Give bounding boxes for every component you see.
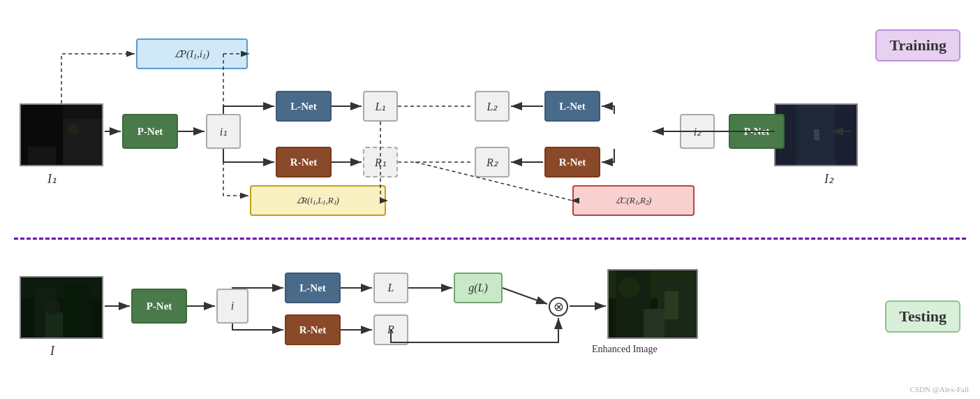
loss-C: 𝓛C(R₁,R₂)	[572, 185, 695, 216]
enhanced-image-label: Enhanced Image	[592, 344, 658, 355]
gL-box: g(L)	[454, 273, 503, 303]
testing-label: Testing	[885, 300, 960, 333]
svg-point-14	[44, 298, 61, 315]
L1-box: L₁	[363, 91, 398, 122]
pnet-left: P-Net	[122, 114, 178, 149]
svg-point-20	[619, 277, 640, 298]
svg-rect-8	[814, 129, 819, 140]
loss-P: 𝓛P(I₁,i₁)	[136, 38, 248, 69]
I-label: I	[50, 344, 54, 358]
svg-rect-4	[28, 147, 56, 165]
svg-rect-13	[45, 312, 63, 338]
rnet-testing: R-Net	[285, 314, 341, 345]
I-image	[20, 276, 103, 339]
I1-image	[20, 103, 103, 166]
multiply-symbol: ⊗	[549, 297, 568, 317]
I2-image	[774, 103, 858, 166]
enhanced-image	[607, 269, 698, 339]
lnet-left: L-Net	[276, 91, 332, 122]
svg-rect-21	[644, 309, 665, 338]
i-box: i	[216, 289, 248, 324]
rnet-right: R-Net	[544, 147, 600, 177]
R1-box: R₁	[363, 147, 398, 177]
I1-label: I₁	[47, 171, 57, 187]
svg-rect-19	[665, 291, 678, 319]
svg-rect-2	[63, 119, 102, 165]
R2-box: R₂	[475, 147, 510, 177]
lnet-right: L-Net	[544, 91, 600, 122]
i2-box: i₂	[680, 114, 715, 149]
lnet-testing: L-Net	[285, 273, 341, 303]
section-divider	[14, 238, 966, 240]
L2-box: L₂	[475, 91, 510, 122]
watermark: CSDN @Alex-Fall	[910, 385, 969, 393]
svg-point-3	[68, 124, 79, 135]
svg-line-41	[503, 288, 547, 304]
loss-R: 𝓛R(i₁,L₁,R₁)	[250, 185, 386, 216]
L-box: L	[373, 273, 408, 303]
I2-label: I₂	[824, 171, 833, 187]
pnet-right: P-Net	[729, 114, 785, 149]
pnet-testing: P-Net	[131, 289, 187, 324]
i1-box: i₁	[206, 114, 241, 149]
R-box: R	[373, 314, 408, 345]
training-label: Training	[875, 29, 960, 61]
rnet-left: R-Net	[276, 147, 332, 177]
svg-rect-12	[63, 284, 91, 338]
